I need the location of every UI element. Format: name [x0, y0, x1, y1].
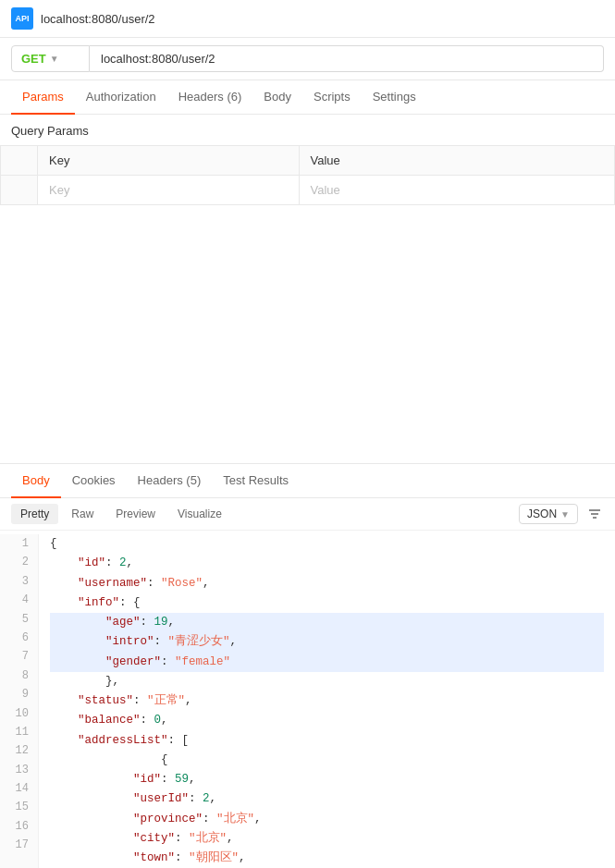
- raw-button[interactable]: Raw: [62, 504, 103, 524]
- col-value: Value: [299, 146, 614, 176]
- response-tabs: Body Cookies Headers (5) Test Results: [0, 464, 615, 498]
- response-tab-body[interactable]: Body: [11, 464, 61, 498]
- api-icon: API: [11, 7, 33, 30]
- tab-params[interactable]: Params: [11, 80, 75, 115]
- tab-settings[interactable]: Settings: [362, 80, 427, 115]
- response-tab-headers[interactable]: Headers (5): [127, 464, 213, 498]
- response-tab-cookies[interactable]: Cookies: [61, 464, 127, 498]
- tab-scripts[interactable]: Scripts: [302, 80, 362, 115]
- table-row: Key Value: [1, 176, 615, 205]
- tab-authorization[interactable]: Authorization: [75, 80, 167, 115]
- response-tab-test-results[interactable]: Test Results: [212, 464, 300, 498]
- query-params-title: Query Params: [0, 115, 615, 145]
- col-key: Key: [38, 146, 300, 176]
- preview-button[interactable]: Preview: [106, 504, 165, 524]
- json-format-label: JSON: [527, 507, 557, 520]
- method-select[interactable]: GET ▼: [11, 45, 90, 72]
- request-line: GET ▼: [0, 38, 615, 80]
- json-format-select[interactable]: JSON ▼: [519, 504, 578, 524]
- url-input[interactable]: [90, 45, 604, 72]
- row-checkbox[interactable]: [1, 176, 38, 205]
- request-tabs: Params Authorization Headers (6) Body Sc…: [0, 80, 615, 115]
- chevron-down-icon: ▼: [50, 54, 59, 64]
- chevron-down-icon: ▼: [560, 509, 570, 520]
- empty-area: [0, 205, 615, 464]
- filter-icon[interactable]: [585, 505, 604, 523]
- col-checkbox: [1, 146, 38, 176]
- url-display: localhost:8080/user/2: [41, 12, 155, 26]
- key-input-cell[interactable]: Key: [38, 176, 300, 205]
- line-numbers: 1234567891011121314151617: [0, 534, 39, 868]
- value-input-cell[interactable]: Value: [299, 176, 614, 205]
- visualize-button[interactable]: Visualize: [168, 504, 231, 524]
- response-toolbar: Pretty Raw Preview Visualize JSON ▼: [0, 498, 615, 531]
- tab-headers[interactable]: Headers (6): [167, 80, 253, 115]
- url-bar: API localhost:8080/user/2: [0, 0, 615, 38]
- method-label: GET: [21, 52, 46, 66]
- json-viewer: 1234567891011121314151617 { "id": 2, "us…: [0, 531, 615, 868]
- json-content: { "id": 2, "username": "Rose", "info": {…: [39, 534, 615, 868]
- pretty-button[interactable]: Pretty: [11, 504, 58, 524]
- params-table: Key Value Key Value: [0, 145, 615, 205]
- tab-body[interactable]: Body: [252, 80, 302, 115]
